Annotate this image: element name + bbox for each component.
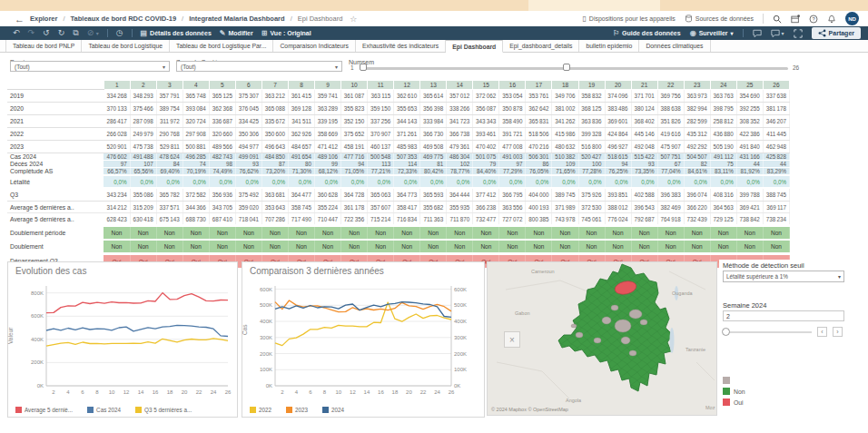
week-prev-button[interactable]: ‹	[817, 327, 827, 337]
row-label[interactable]: 2019	[7, 90, 104, 103]
table-cell[interactable]: 491 840	[736, 141, 763, 153]
table-cell[interactable]: 382 994	[684, 103, 710, 115]
table-cell[interactable]: 337 571	[156, 202, 182, 213]
breadcrumb-explorer[interactable]: Explorer	[30, 15, 57, 23]
table-cell[interactable]: 80	[289, 161, 315, 168]
table-cell[interactable]: 363 556	[499, 202, 526, 213]
table-cell[interactable]: 100	[578, 161, 605, 168]
table-cell[interactable]: 507 751	[657, 153, 684, 161]
week-column-header[interactable]: 21	[631, 81, 657, 90]
table-cell[interactable]: 376 045	[235, 103, 261, 115]
table-cell[interactable]: 113	[368, 161, 394, 168]
table-cell[interactable]: 486 304	[447, 153, 473, 161]
table-cell[interactable]: 336 687	[209, 115, 235, 128]
table-cell[interactable]: 0,0%	[315, 175, 341, 188]
table-cell[interactable]: 357 791	[156, 90, 182, 103]
table-cell[interactable]: 510 382	[552, 153, 578, 161]
week-column-header[interactable]: 12	[394, 81, 420, 90]
table-cell[interactable]: 375 926	[578, 188, 605, 202]
table-cell[interactable]: 710 447	[315, 213, 341, 226]
table-cell[interactable]: 470 402	[473, 141, 499, 153]
table-cell[interactable]: 372 062	[473, 90, 499, 103]
legend-item[interactable]: 2022	[250, 407, 271, 413]
table-cell[interactable]: Non	[605, 240, 631, 254]
table-cell[interactable]: 341 723	[447, 115, 473, 128]
table-cell[interactable]: 388 638	[657, 103, 684, 115]
table-cell[interactable]: 77,29%	[499, 168, 526, 176]
table-cell[interactable]: Non	[130, 240, 156, 254]
table-cell[interactable]: 398 795	[710, 103, 736, 115]
week-column-header[interactable]: 10	[341, 81, 368, 90]
table-cell[interactable]: 482 743	[209, 153, 235, 161]
table-cell[interactable]: 0,0%	[631, 175, 657, 188]
row-label[interactable]: Doublement période	[7, 226, 104, 241]
table-cell[interactable]: Non	[736, 240, 763, 254]
week-column-header[interactable]: 11	[368, 81, 394, 90]
table-cell[interactable]: 425 828	[763, 153, 789, 161]
data-details-button[interactable]: ▤ Détails des données	[141, 30, 212, 37]
week-input[interactable]	[723, 310, 844, 321]
week-column-header[interactable]: 19	[578, 81, 605, 90]
table-cell[interactable]: 366 795	[499, 188, 526, 202]
table-cell[interactable]: Non	[368, 240, 394, 254]
table-cell[interactable]: Non	[605, 226, 631, 241]
table-cell[interactable]: 396 074	[684, 188, 710, 202]
week-column-header[interactable]: 7	[261, 81, 288, 90]
table-cell[interactable]: 77,04%	[657, 168, 684, 176]
table-cell[interactable]: 355 682	[420, 202, 447, 213]
table-cell[interactable]: 68,12%	[315, 168, 341, 176]
table-cell[interactable]: 369 756	[657, 90, 684, 103]
table-cell[interactable]: 381 178	[763, 103, 789, 115]
table-cell[interactable]: 66,57%	[104, 168, 130, 176]
table-cell[interactable]: 0,0%	[552, 175, 578, 188]
table-cell[interactable]: 356 936	[209, 188, 235, 202]
alerts-button[interactable]: ▾	[771, 29, 784, 38]
table-cell[interactable]: 76,62%	[235, 168, 261, 176]
legend-item[interactable]: 2024	[322, 407, 344, 413]
legend-item[interactable]: Average 5 derniè...	[15, 407, 73, 413]
table-cell[interactable]: 492 048	[631, 141, 657, 153]
table-cell[interactable]: 258 812	[710, 115, 736, 128]
table-cell[interactable]: 282 599	[684, 115, 710, 128]
table-cell[interactable]: 630 418	[130, 213, 156, 226]
view-original-button[interactable]: ⊞ Vue : Original	[261, 30, 311, 37]
table-cell[interactable]: 718 041	[235, 213, 261, 226]
table-cell[interactable]: 0,0%	[763, 175, 789, 188]
table-cell[interactable]: 0,0%	[368, 175, 394, 188]
table-cell[interactable]: 0,0%	[209, 175, 235, 188]
table-cell[interactable]: 716 834	[394, 213, 420, 226]
week-column-header[interactable]: 23	[684, 81, 710, 90]
week-column-header[interactable]: 25	[736, 81, 763, 90]
table-cell[interactable]: Non	[631, 240, 657, 254]
duplicate-icon[interactable]: ⧉	[73, 29, 78, 37]
table-cell[interactable]: Non	[156, 240, 182, 254]
table-cell[interactable]: 349 706	[552, 90, 578, 103]
table-cell[interactable]: 371 261	[394, 128, 420, 141]
table-cell[interactable]: 67	[657, 161, 684, 168]
table-cell[interactable]: 688 730	[182, 213, 209, 226]
table-cell[interactable]: 344 366	[182, 202, 209, 213]
table-cell[interactable]: 353 054	[499, 90, 526, 103]
table-cell[interactable]: 69,40%	[156, 168, 182, 176]
table-cell[interactable]: 475 738	[130, 141, 156, 153]
table-cell[interactable]: Non	[631, 226, 657, 241]
table-cell[interactable]: 338 266	[447, 103, 473, 115]
user-avatar[interactable]: ND	[845, 12, 859, 25]
table-cell[interactable]: 297 908	[182, 128, 209, 141]
table-cell[interactable]: 715 214	[368, 213, 394, 226]
table-cell[interactable]: 73,20%	[261, 168, 288, 176]
table-cell[interactable]: Non	[420, 226, 447, 241]
table-cell[interactable]: 366 738	[447, 128, 473, 141]
week-column-header[interactable]: 8	[289, 81, 315, 90]
map-legend-item[interactable]: Oui	[723, 398, 745, 407]
table-cell[interactable]: 359 020	[235, 202, 261, 213]
week-column-header[interactable]: 13	[420, 81, 447, 90]
table-cell[interactable]: 78,77%	[447, 168, 473, 176]
table-cell[interactable]: 0,0%	[736, 175, 763, 188]
table-cell[interactable]: 375 652	[341, 128, 368, 141]
table-cell[interactable]: 0,0%	[182, 175, 209, 188]
numsem-slider-track[interactable]	[361, 67, 788, 70]
evolution-plot[interactable]: 0K200K400K600K800K2468101214161820222426	[8, 280, 235, 404]
week-column-header[interactable]: 6	[235, 81, 261, 90]
table-cell[interactable]: 83,11%	[710, 168, 736, 176]
